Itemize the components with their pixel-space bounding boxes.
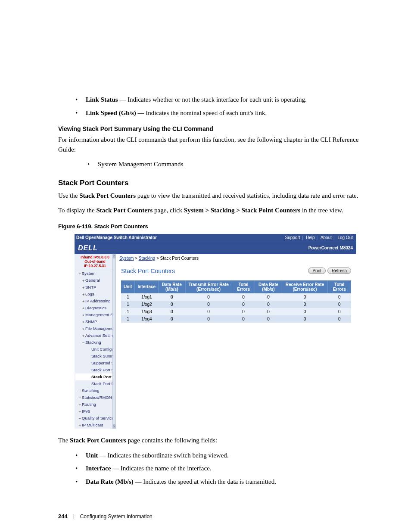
t: System > Stacking > Stack Point Counters — [184, 207, 300, 214]
expand-icon[interactable]: + — [78, 415, 82, 421]
tree-node[interactable]: Unit Configuratio — [75, 346, 115, 353]
expand-icon[interactable]: + — [81, 312, 85, 318]
expand-icon[interactable]: + — [78, 388, 82, 394]
cli-bullet-list: System Management Commands — [87, 159, 359, 169]
cell: 0 — [282, 315, 328, 323]
nav-tree: −System+General+SNTP+Logs+IP Addressing+… — [75, 269, 115, 429]
link-about[interactable]: About — [321, 235, 332, 240]
tree-label: Logs — [85, 292, 94, 296]
tree-node[interactable]: +Advance Settings — [75, 332, 115, 339]
tree-label: Stack Summary — [91, 354, 115, 358]
table-row: 11/xg4000000 — [121, 315, 351, 323]
term: Data Rate (Mb/s) — — [86, 478, 143, 485]
tree-node[interactable]: +Management Secur — [75, 311, 115, 318]
breadcrumb: System > Stacking > Stack Port Counters — [116, 254, 356, 262]
tree-node[interactable]: +Quality of Service — [75, 415, 115, 422]
expand-icon[interactable]: + — [81, 291, 85, 297]
term: Unit — — [86, 452, 108, 459]
cell: 0 — [185, 308, 232, 315]
cell: 1 — [121, 301, 135, 308]
tree-node[interactable]: Stack Port Diagn — [75, 380, 115, 387]
scroll-up-icon[interactable]: ^ — [113, 254, 115, 258]
expand-icon[interactable]: + — [78, 401, 82, 408]
tree-label: Unit Configuratio — [91, 347, 115, 352]
tree-label: Management Secur — [85, 312, 115, 317]
window-titlebar: Dell OpenManage Switch Administrator Sup… — [75, 234, 356, 242]
dell-logo: DELL — [78, 244, 308, 252]
sep: > — [155, 256, 160, 261]
crumb-system[interactable]: System — [119, 256, 134, 261]
expand-icon[interactable]: + — [78, 408, 82, 414]
cell: 0 — [232, 293, 255, 301]
crumb-current: Stack Port Counters — [160, 256, 199, 261]
tree-node[interactable]: Supported Switc — [75, 360, 115, 367]
tree-node[interactable]: +IPv6 — [75, 408, 115, 415]
column-header: Interface — [135, 280, 159, 293]
oob-ip: Out-of-band IP:10.27.5.31 — [75, 259, 115, 268]
cell: 0 — [232, 301, 255, 308]
tree-label: Stack Port Sumr — [91, 367, 115, 372]
cell: 0 — [159, 301, 185, 308]
tree-label: Statistics/RMON — [82, 395, 112, 400]
expand-icon[interactable]: − — [78, 271, 82, 277]
link-logout[interactable]: Log Out — [337, 235, 353, 240]
tree-node[interactable]: Stack Summary — [75, 353, 115, 360]
tree-node[interactable]: +SNMP — [75, 318, 115, 325]
expand-icon[interactable]: + — [81, 319, 85, 325]
cell: 1/xg2 — [135, 301, 159, 308]
topbar-links: Support| Help| About| Log Out — [283, 235, 355, 240]
tree-node[interactable]: +File Management — [75, 325, 115, 332]
tree-node[interactable]: −System — [75, 270, 115, 277]
cell: 0 — [328, 315, 351, 323]
expand-icon[interactable]: + — [78, 422, 82, 428]
t: page contains the following fields: — [126, 437, 217, 444]
tree-node[interactable]: Stack Port Sumr — [75, 367, 115, 373]
tree-label: File Management — [85, 326, 115, 331]
tree-node[interactable]: +IP Addressing — [75, 298, 115, 305]
column-header: Total Errors — [232, 280, 255, 293]
refresh-button[interactable]: Refresh — [327, 268, 351, 274]
tree-label: Switching — [82, 388, 100, 393]
expand-icon[interactable]: + — [81, 284, 85, 290]
tree-node[interactable]: +Logs — [75, 291, 115, 298]
tree-node[interactable]: +Switching — [75, 387, 115, 394]
t: Stack Port Counters — [70, 437, 126, 444]
tree-node[interactable]: Stack Port Cou — [75, 373, 115, 380]
cell: 1/xg1 — [135, 293, 159, 301]
link-help[interactable]: Help — [306, 235, 315, 240]
print-button[interactable]: Print — [308, 268, 326, 274]
cell: 1/xg4 — [135, 315, 159, 323]
crumb-stacking[interactable]: Stacking — [139, 256, 155, 261]
expand-icon[interactable]: − — [81, 339, 85, 345]
cell: 1 — [121, 308, 135, 315]
bullet-interface: Interface — Indicates the name of the in… — [75, 464, 359, 473]
tree-label: IP Multicast — [82, 423, 103, 427]
tree-node[interactable]: +Routing — [75, 401, 115, 408]
expand-icon[interactable]: + — [81, 333, 85, 339]
expand-icon[interactable]: + — [81, 305, 85, 311]
tree-node[interactable]: +SNTP — [75, 284, 115, 291]
expand-icon[interactable]: + — [78, 395, 82, 401]
page: Link Status — Indicates whether or not t… — [0, 0, 411, 532]
tree-label: Supported Switc — [91, 361, 115, 365]
cell: 0 — [328, 308, 351, 315]
tree-node[interactable]: +General — [75, 277, 115, 284]
tree-node[interactable]: +Statistics/RMON — [75, 394, 115, 401]
footer-divider — [74, 514, 74, 519]
expand-icon[interactable]: + — [81, 277, 85, 283]
bullet-link-status: Link Status — Indicates whether or not t… — [75, 95, 359, 105]
link-support[interactable]: Support — [285, 235, 300, 240]
tree-node[interactable]: −Stacking — [75, 339, 115, 346]
column-header: Transmit Error Rate (Errors/sec) — [185, 280, 232, 293]
desc: Indicates the name of the interface. — [121, 465, 212, 472]
expand-icon[interactable]: + — [81, 326, 85, 332]
expand-icon[interactable]: + — [81, 298, 85, 304]
cell: 1/xg3 — [135, 308, 159, 315]
scroll-down-icon[interactable]: v — [113, 424, 115, 429]
panel-title-row: Stack Port Counters Print Refresh — [121, 268, 351, 274]
top-bullet-list: Link Status — Indicates whether or not t… — [75, 95, 359, 118]
sidebar-scrollbar[interactable]: ^ v — [112, 254, 115, 429]
t: Use the — [58, 192, 79, 199]
tree-node[interactable]: +Diagnostics — [75, 305, 115, 311]
tree-node[interactable]: +IP Multicast — [75, 422, 115, 429]
